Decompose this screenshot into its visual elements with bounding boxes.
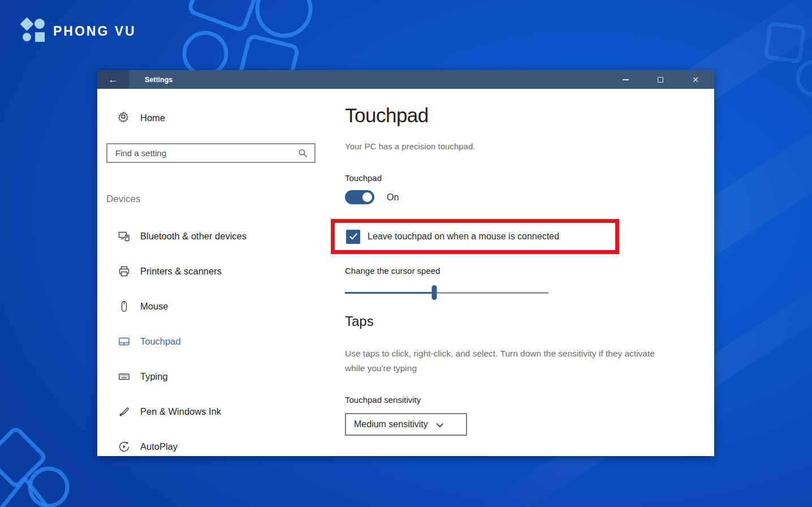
sidebar-home-label: Home — [140, 113, 165, 123]
phongvu-logo-icon — [20, 18, 46, 44]
search-input[interactable] — [107, 148, 298, 158]
taps-description: Use taps to click, right-click, and sele… — [345, 346, 676, 376]
sidebar-item-touchpad[interactable]: Touchpad — [97, 324, 335, 359]
touchpad-toggle[interactable] — [345, 190, 374, 204]
sidebar-item-printers[interactable]: Printers & scanners — [97, 254, 335, 289]
settings-window: ← Settings ✕ Home Devices — [97, 70, 714, 456]
cursor-speed-label: Change the cursor speed — [345, 266, 440, 276]
sidebar-item-bluetooth[interactable]: Bluetooth & other devices — [97, 218, 335, 254]
sensitivity-dropdown-value: Medium sensitivity — [354, 419, 428, 429]
phongvu-logo: PHONG VU — [20, 18, 136, 44]
keyboard-icon — [118, 371, 130, 383]
sidebar-item-mouse[interactable]: Mouse — [97, 289, 335, 324]
touchpad-icon — [118, 336, 130, 347]
autoplay-icon — [118, 441, 130, 453]
checkmark-icon — [349, 232, 358, 241]
bluetooth-devices-icon — [118, 230, 130, 242]
pen-icon — [118, 406, 130, 418]
touchpad-sensitivity-label: Touchpad sensitivity — [345, 395, 421, 405]
mouse-icon — [118, 300, 130, 312]
back-button[interactable]: ← — [97, 70, 129, 89]
touchpad-toggle-label: Touchpad — [345, 173, 382, 183]
sidebar-item-home[interactable]: Home — [118, 111, 165, 124]
main-content: Touchpad Your PC has a precision touchpa… — [345, 70, 707, 456]
phongvu-logo-text: PHONG VU — [53, 24, 136, 39]
page-subtitle: Your PC has a precision touchpad. — [345, 141, 475, 151]
checkbox-label: Leave touchpad on when a mouse is connec… — [368, 231, 559, 242]
cursor-speed-fill — [345, 292, 434, 294]
printer-icon — [118, 265, 130, 277]
chevron-down-icon — [436, 420, 443, 427]
leave-touchpad-on-checkbox[interactable] — [346, 230, 360, 244]
back-arrow-icon: ← — [109, 74, 118, 85]
sidebar-item-autoplay[interactable]: AutoPlay — [97, 429, 335, 464]
gear-icon — [118, 111, 129, 124]
toggle-state-label: On — [387, 192, 399, 203]
sidebar-item-typing[interactable]: Typing — [97, 359, 335, 394]
cursor-speed-slider[interactable] — [345, 285, 548, 300]
search-icon[interactable] — [298, 148, 314, 158]
search-box — [106, 143, 316, 163]
sidebar-section-devices: Devices — [106, 194, 140, 205]
sidebar-nav: Bluetooth & other devices Printers & sca… — [97, 218, 335, 464]
window-title: Settings — [145, 76, 172, 84]
sidebar-item-pen[interactable]: Pen & Windows Ink — [97, 394, 335, 429]
taps-heading: Taps — [345, 313, 374, 329]
page-title: Touchpad — [345, 104, 429, 127]
red-highlight-box: Leave touchpad on when a mouse is connec… — [331, 219, 619, 254]
toggle-knob — [362, 192, 372, 202]
sensitivity-dropdown[interactable]: Medium sensitivity — [345, 413, 467, 436]
slider-thumb[interactable] — [432, 285, 437, 300]
